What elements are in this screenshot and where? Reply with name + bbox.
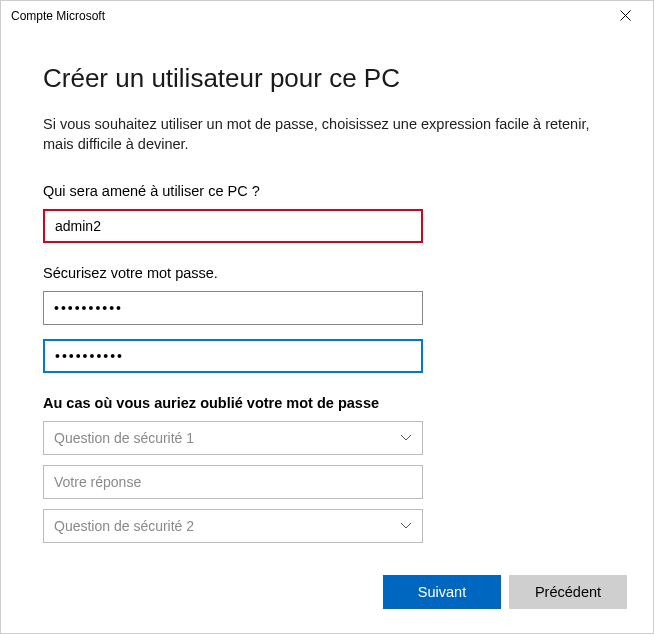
password-confirm-input[interactable]	[43, 339, 423, 373]
password-label: Sécurisez votre mot passe.	[43, 265, 611, 281]
security-question-1-placeholder: Question de sécurité 1	[54, 430, 194, 446]
chevron-down-icon	[400, 432, 412, 444]
dialog-content: Créer un utilisateur pour ce PC Si vous …	[1, 31, 653, 543]
title-bar: Compte Microsoft	[1, 1, 653, 31]
security-label: Au cas où vous auriez oublié votre mot d…	[43, 395, 611, 411]
window-title: Compte Microsoft	[11, 9, 105, 23]
password-input[interactable]	[43, 291, 423, 325]
page-title: Créer un utilisateur pour ce PC	[43, 63, 611, 94]
username-label: Qui sera amené à utiliser ce PC ?	[43, 183, 611, 199]
security-answer-input[interactable]	[43, 465, 423, 499]
security-question-2-placeholder: Question de sécurité 2	[54, 518, 194, 534]
close-button[interactable]	[605, 2, 645, 30]
intro-text: Si vous souhaitez utiliser un mot de pas…	[43, 114, 611, 155]
security-question-2-dropdown[interactable]: Question de sécurité 2	[43, 509, 423, 543]
security-question-1-dropdown[interactable]: Question de sécurité 1	[43, 421, 423, 455]
chevron-down-icon	[400, 520, 412, 532]
username-input[interactable]	[43, 209, 423, 243]
dialog-footer: Suivant Précédent	[383, 575, 627, 609]
next-button[interactable]: Suivant	[383, 575, 501, 609]
close-icon	[620, 8, 631, 24]
back-button[interactable]: Précédent	[509, 575, 627, 609]
